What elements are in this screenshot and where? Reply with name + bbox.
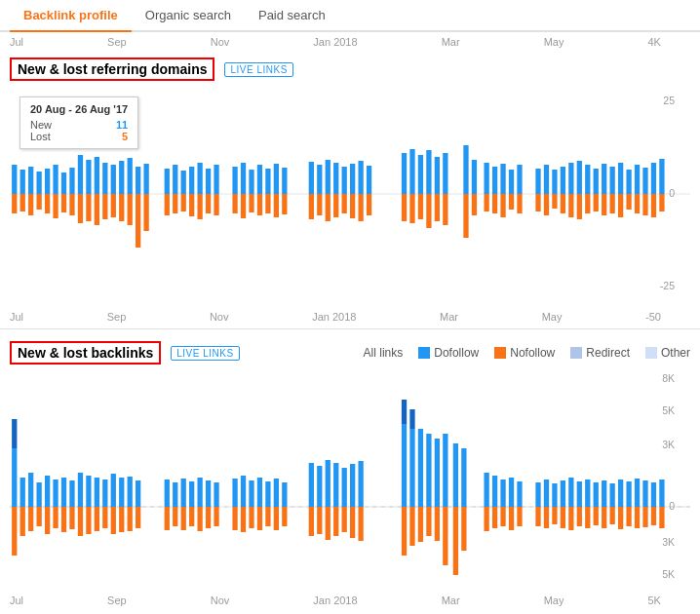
svg-rect-232 bbox=[426, 507, 431, 536]
svg-rect-152 bbox=[20, 507, 25, 536]
svg-rect-86 bbox=[418, 155, 423, 194]
svg-rect-213 bbox=[326, 460, 331, 507]
svg-rect-182 bbox=[165, 507, 170, 530]
svg-rect-166 bbox=[78, 507, 83, 536]
svg-rect-257 bbox=[561, 480, 565, 507]
nofollow-label: Nofollow bbox=[510, 346, 555, 360]
svg-rect-30 bbox=[119, 161, 124, 194]
svg-rect-19 bbox=[69, 194, 74, 215]
svg-rect-64 bbox=[282, 168, 287, 194]
svg-rect-162 bbox=[61, 507, 66, 532]
svg-rect-224 bbox=[402, 424, 407, 507]
svg-text:8K: 8K bbox=[662, 373, 675, 384]
svg-text:3K: 3K bbox=[662, 537, 675, 548]
svg-rect-85 bbox=[409, 194, 414, 223]
svg-rect-134 bbox=[642, 168, 647, 194]
svg-rect-74 bbox=[342, 167, 347, 194]
svg-rect-179 bbox=[136, 480, 140, 507]
svg-rect-229 bbox=[418, 429, 423, 507]
divider1 bbox=[0, 328, 700, 329]
svg-rect-7 bbox=[20, 194, 25, 211]
svg-rect-68 bbox=[317, 165, 322, 194]
tab-backlink-profile[interactable]: Backlink profile bbox=[10, 0, 132, 32]
svg-rect-247 bbox=[509, 478, 514, 507]
tooltip-lost-label: Lost bbox=[30, 131, 51, 142]
x2-mar: Mar bbox=[442, 595, 460, 606]
svg-rect-121 bbox=[585, 194, 590, 213]
svg-rect-108 bbox=[535, 169, 540, 194]
x1-sep: Sep bbox=[107, 311, 127, 323]
svg-rect-103 bbox=[500, 194, 505, 217]
svg-rect-47 bbox=[197, 194, 202, 219]
section1-live-links[interactable]: LIVE LINKS bbox=[224, 62, 292, 77]
tab-paid-search[interactable]: Paid search bbox=[245, 0, 339, 30]
svg-rect-167 bbox=[86, 476, 91, 507]
svg-rect-42 bbox=[181, 171, 186, 194]
svg-rect-115 bbox=[561, 194, 565, 213]
svg-rect-40 bbox=[173, 165, 177, 194]
chart1-container: 20 Aug - 26 Aug '17 New 11 Lost 5 25 0 -… bbox=[10, 87, 690, 301]
svg-rect-155 bbox=[36, 482, 41, 507]
svg-rect-180 bbox=[136, 507, 140, 528]
svg-rect-188 bbox=[189, 507, 194, 526]
svg-rect-132 bbox=[635, 165, 640, 194]
svg-rect-267 bbox=[602, 480, 606, 507]
svg-rect-62 bbox=[274, 164, 279, 194]
section2-live-links[interactable]: LIVE LINKS bbox=[171, 346, 239, 361]
svg-rect-105 bbox=[509, 194, 514, 210]
svg-rect-35 bbox=[136, 194, 140, 248]
svg-rect-55 bbox=[241, 194, 246, 218]
svg-rect-194 bbox=[214, 507, 218, 526]
svg-rect-78 bbox=[358, 161, 363, 194]
svg-rect-56 bbox=[249, 170, 253, 194]
svg-rect-13 bbox=[45, 194, 50, 213]
svg-rect-260 bbox=[568, 507, 573, 530]
dofollow-swatch bbox=[418, 347, 430, 359]
svg-rect-174 bbox=[111, 507, 116, 534]
svg-rect-123 bbox=[594, 194, 599, 211]
svg-rect-269 bbox=[610, 483, 615, 507]
svg-rect-119 bbox=[577, 194, 582, 219]
chart2-svg: 8K 5K 3K 0 3K 5K bbox=[10, 370, 690, 585]
tooltip-lost-row: Lost 5 bbox=[30, 131, 128, 142]
x-label-jan: Jan 2018 bbox=[313, 36, 357, 48]
svg-rect-50 bbox=[214, 165, 218, 194]
svg-rect-223 bbox=[402, 400, 407, 424]
svg-rect-100 bbox=[492, 167, 497, 194]
svg-rect-259 bbox=[568, 478, 573, 507]
svg-rect-169 bbox=[95, 478, 99, 507]
svg-rect-202 bbox=[257, 507, 262, 530]
svg-rect-256 bbox=[552, 507, 557, 524]
svg-rect-125 bbox=[602, 194, 606, 215]
svg-rect-65 bbox=[282, 194, 287, 214]
svg-rect-118 bbox=[577, 161, 582, 194]
dofollow-label: Dofollow bbox=[434, 346, 479, 360]
svg-rect-272 bbox=[618, 507, 623, 529]
svg-rect-181 bbox=[165, 480, 170, 507]
svg-rect-193 bbox=[214, 482, 218, 507]
svg-rect-279 bbox=[651, 482, 656, 507]
tooltip-date: 20 Aug - 26 Aug '17 bbox=[30, 103, 128, 115]
svg-rect-178 bbox=[128, 507, 133, 531]
svg-rect-126 bbox=[610, 167, 615, 194]
svg-rect-116 bbox=[568, 163, 573, 194]
legend-row: All links Dofollow Nofollow Redirect Oth… bbox=[364, 346, 690, 360]
svg-rect-211 bbox=[317, 466, 322, 507]
svg-rect-276 bbox=[635, 507, 640, 528]
svg-rect-18 bbox=[69, 168, 74, 194]
svg-rect-265 bbox=[594, 482, 599, 507]
tooltip-new-label: New bbox=[30, 119, 52, 131]
svg-rect-150 bbox=[12, 507, 17, 556]
svg-rect-76 bbox=[350, 164, 355, 194]
svg-rect-271 bbox=[618, 480, 623, 507]
svg-text:5K: 5K bbox=[662, 569, 675, 580]
svg-rect-27 bbox=[102, 194, 107, 219]
tab-organic-search[interactable]: Organic search bbox=[132, 0, 245, 30]
svg-rect-94 bbox=[463, 145, 468, 194]
svg-rect-38 bbox=[165, 169, 170, 194]
svg-rect-112 bbox=[552, 170, 557, 194]
x-label-jul: Jul bbox=[10, 36, 23, 48]
svg-rect-58 bbox=[257, 165, 262, 194]
tooltip-lost-value: 5 bbox=[122, 131, 128, 142]
svg-rect-5 bbox=[12, 194, 17, 213]
